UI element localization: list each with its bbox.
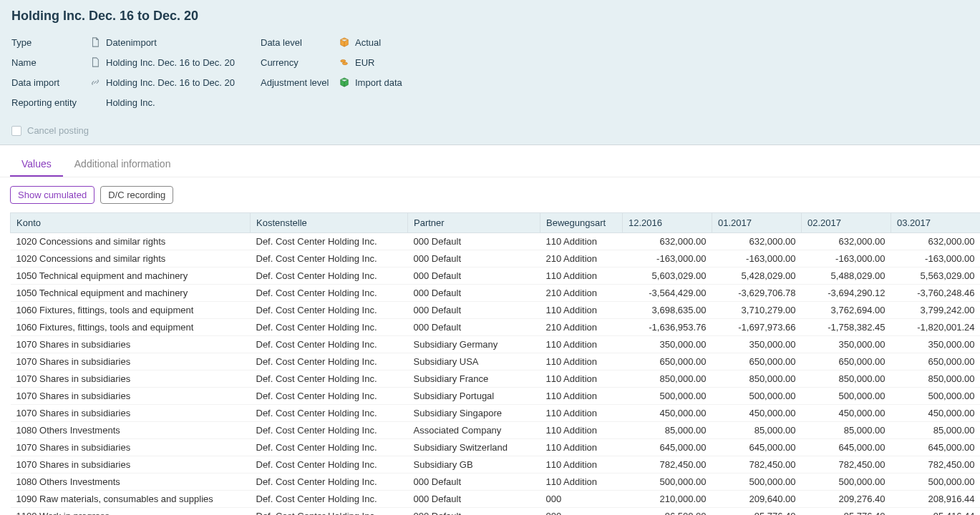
column-header[interactable]: Bewegungsart: [540, 213, 623, 233]
cell: 95,776.40: [712, 508, 802, 516]
cell: -3,694,290.12: [802, 285, 891, 302]
cell: 000: [540, 491, 623, 508]
column-header[interactable]: Kostenstelle: [251, 213, 408, 233]
cell: 645,000.00: [712, 439, 802, 456]
cell: 650,000.00: [802, 353, 891, 371]
meta-value: Datenimport: [106, 37, 157, 48]
svg-point-1: [342, 62, 347, 65]
column-header[interactable]: 01.2017: [712, 213, 802, 233]
cell: 1020 Concessions and similar rights: [11, 250, 251, 268]
table-row[interactable]: 1070 Shares in subsidiariesDef. Cost Cen…: [11, 439, 981, 456]
cell: 1060 Fixtures, fittings, tools and equip…: [11, 319, 251, 336]
cell: 1070 Shares in subsidiaries: [11, 336, 251, 353]
cell: 1070 Shares in subsidiaries: [11, 405, 251, 422]
column-header[interactable]: 03.2017: [891, 213, 981, 233]
cell: 350,000.00: [802, 336, 891, 353]
cell: 3,762,694.00: [802, 302, 891, 319]
cell: 110 Addition: [540, 302, 623, 319]
meta-value: Import data: [355, 77, 402, 88]
table-row[interactable]: 1070 Shares in subsidiariesDef. Cost Cen…: [11, 371, 981, 388]
cell: 500,000.00: [891, 474, 981, 491]
cell: Def. Cost Center Holding Inc.: [251, 285, 408, 302]
cell: Subsidiary Switzerland: [408, 439, 540, 456]
cell: 210 Addition: [540, 285, 623, 302]
cell: 650,000.00: [891, 353, 981, 371]
cancel-posting-label: Cancel posting: [27, 125, 89, 136]
cell: 1050 Technical equipment and machinery: [11, 268, 251, 285]
cell: 3,799,242.00: [891, 302, 981, 319]
table-row[interactable]: 1070 Shares in subsidiariesDef. Cost Cen…: [11, 336, 981, 353]
column-header[interactable]: Konto: [11, 213, 251, 233]
cell: 500,000.00: [891, 388, 981, 405]
cell: 1020 Concessions and similar rights: [11, 233, 251, 250]
table-row[interactable]: 1070 Shares in subsidiariesDef. Cost Cen…: [11, 353, 981, 371]
cell: Def. Cost Center Holding Inc.: [251, 405, 408, 422]
tab-values[interactable]: Values: [10, 152, 63, 177]
meta-value: EUR: [355, 57, 374, 68]
cell: 000 Default: [408, 233, 540, 250]
cell: 350,000.00: [623, 336, 712, 353]
cell: Def. Cost Center Holding Inc.: [251, 250, 408, 268]
tab-additional-information[interactable]: Additional information: [63, 152, 183, 177]
meta-row: CurrencyEUR: [261, 52, 497, 72]
cell: 450,000.00: [891, 405, 981, 422]
cell: 1070 Shares in subsidiaries: [11, 371, 251, 388]
cell: Def. Cost Center Holding Inc.: [251, 371, 408, 388]
table-row[interactable]: 1070 Shares in subsidiariesDef. Cost Cen…: [11, 456, 981, 474]
cell: 85,000.00: [802, 422, 891, 439]
cell: 5,603,029.00: [623, 268, 712, 285]
meta-label: Name: [11, 57, 89, 68]
cell: 1070 Shares in subsidiaries: [11, 456, 251, 474]
cell: Def. Cost Center Holding Inc.: [251, 336, 408, 353]
cell: 209,276.40: [802, 491, 891, 508]
cell: 3,698,635.00: [623, 302, 712, 319]
dc-recording-button[interactable]: D/C recording: [100, 186, 173, 204]
column-header[interactable]: 02.2017: [802, 213, 891, 233]
cancel-posting-checkbox[interactable]: [11, 126, 21, 136]
cell: Def. Cost Center Holding Inc.: [251, 353, 408, 371]
show-cumulated-button[interactable]: Show cumulated: [10, 186, 94, 204]
table-row[interactable]: 1050 Technical equipment and machineryDe…: [11, 285, 981, 302]
cell: 000 Default: [408, 302, 540, 319]
cell: -3,564,429.00: [623, 285, 712, 302]
table-row[interactable]: 1060 Fixtures, fittings, tools and equip…: [11, 319, 981, 336]
table-row[interactable]: 1060 Fixtures, fittings, tools and equip…: [11, 302, 981, 319]
column-header[interactable]: 12.2016: [623, 213, 712, 233]
cell: Def. Cost Center Holding Inc.: [251, 302, 408, 319]
table-row[interactable]: 1100 Work in progressDef. Cost Center Ho…: [11, 508, 981, 516]
coins-icon: [338, 57, 351, 67]
table-row[interactable]: 1020 Concessions and similar rightsDef. …: [11, 233, 981, 250]
cell: Associated Company: [408, 422, 540, 439]
table-row[interactable]: 1050 Technical equipment and machineryDe…: [11, 268, 981, 285]
cell: 110 Addition: [540, 422, 623, 439]
meta-label: Adjustment level: [261, 77, 338, 88]
cube-orange-icon: [338, 37, 351, 47]
table-row[interactable]: 1020 Concessions and similar rightsDef. …: [11, 250, 981, 268]
cell: 450,000.00: [802, 405, 891, 422]
cell: 500,000.00: [623, 388, 712, 405]
cell: 632,000.00: [891, 233, 981, 250]
cell: 645,000.00: [891, 439, 981, 456]
cell: Def. Cost Center Holding Inc.: [251, 508, 408, 516]
table-row[interactable]: 1070 Shares in subsidiariesDef. Cost Cen…: [11, 405, 981, 422]
cell: Def. Cost Center Holding Inc.: [251, 268, 408, 285]
cell: 000 Default: [408, 491, 540, 508]
cell: 000 Default: [408, 250, 540, 268]
meta-row: Data levelActual: [261, 32, 497, 52]
table-row[interactable]: 1070 Shares in subsidiariesDef. Cost Cen…: [11, 388, 981, 405]
cell: 110 Addition: [540, 233, 623, 250]
cell: -163,000.00: [623, 250, 712, 268]
cell: -1,820,001.24: [891, 319, 981, 336]
cell: 110 Addition: [540, 388, 623, 405]
cell: -163,000.00: [891, 250, 981, 268]
cell: 208,916.44: [891, 491, 981, 508]
cell: 110 Addition: [540, 371, 623, 388]
table-row[interactable]: 1090 Raw materials, consumables and supp…: [11, 491, 981, 508]
cell: 110 Addition: [540, 268, 623, 285]
table-row[interactable]: 1080 Others InvestmentsDef. Cost Center …: [11, 474, 981, 491]
table-row[interactable]: 1080 Others InvestmentsDef. Cost Center …: [11, 422, 981, 439]
cell: 85,000.00: [623, 422, 712, 439]
file-icon: [89, 57, 102, 67]
column-header[interactable]: Partner: [408, 213, 540, 233]
cell: Def. Cost Center Holding Inc.: [251, 233, 408, 250]
